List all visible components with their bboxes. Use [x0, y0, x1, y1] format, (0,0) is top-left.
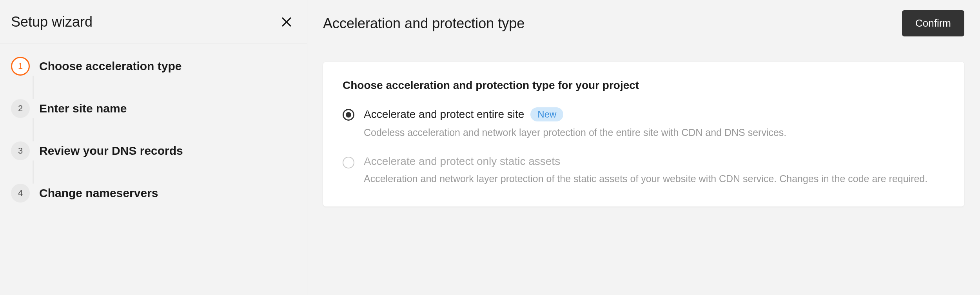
sidebar-title: Setup wizard: [11, 14, 93, 30]
main-body: Choose acceleration and protection type …: [307, 46, 980, 206]
main-header: Acceleration and protection type Confirm: [307, 0, 980, 46]
step-label: Choose acceleration type: [39, 60, 181, 73]
step-label: Review your DNS records: [39, 144, 183, 157]
wizard-steps: 1 Choose acceleration type 2 Enter site …: [0, 43, 307, 203]
option-entire-site[interactable]: Accelerate and protect entire site New C…: [343, 107, 945, 139]
step-label: Change nameservers: [39, 186, 158, 200]
step-number-badge: 2: [11, 99, 30, 118]
step-number-badge: 3: [11, 141, 30, 160]
step-connector: [33, 118, 34, 141]
wizard-sidebar: Setup wizard 1 Choose acceleration type …: [0, 0, 307, 295]
option-title: Accelerate and protect only static asset…: [364, 155, 560, 168]
option-static-assets[interactable]: Accelerate and protect only static asset…: [343, 155, 945, 186]
page-title: Acceleration and protection type: [323, 15, 524, 32]
new-badge: New: [530, 107, 563, 121]
main-panel: Acceleration and protection type Confirm…: [307, 0, 980, 295]
option-body: Accelerate and protect entire site New C…: [364, 107, 945, 139]
radio-selected-icon: [343, 109, 354, 121]
option-body: Accelerate and protect only static asset…: [364, 155, 945, 186]
step-review-dns-records[interactable]: 3 Review your DNS records: [11, 141, 296, 160]
card-heading: Choose acceleration and protection type …: [343, 79, 945, 92]
options-card: Choose acceleration and protection type …: [323, 62, 964, 206]
option-title: Accelerate and protect entire site: [364, 108, 524, 121]
step-connector: [33, 160, 34, 184]
option-title-row: Accelerate and protect only static asset…: [364, 155, 945, 168]
close-icon: [280, 15, 293, 29]
sidebar-header: Setup wizard: [0, 0, 307, 43]
step-label: Enter site name: [39, 102, 127, 115]
option-description: Acceleration and network layer protectio…: [364, 172, 945, 186]
step-number-badge: 1: [11, 57, 30, 76]
close-button[interactable]: [277, 13, 296, 31]
step-number-badge: 4: [11, 184, 30, 203]
radio-unselected-icon: [343, 157, 354, 168]
option-description: Codeless acceleration and network layer …: [364, 125, 945, 139]
step-connector: [33, 76, 34, 99]
step-choose-acceleration-type[interactable]: 1 Choose acceleration type: [11, 57, 296, 76]
option-title-row: Accelerate and protect entire site New: [364, 107, 945, 121]
step-enter-site-name[interactable]: 2 Enter site name: [11, 99, 296, 118]
step-change-nameservers[interactable]: 4 Change nameservers: [11, 184, 296, 203]
confirm-button[interactable]: Confirm: [902, 10, 964, 36]
